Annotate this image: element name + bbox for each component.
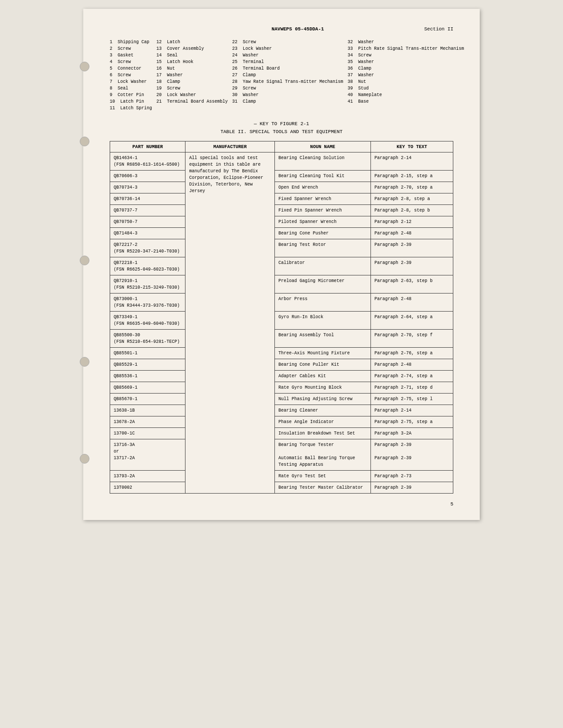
cell-key-text: Paragraph 3-2A (371, 428, 453, 439)
cell-key-text: Paragraph 2-39 Paragraph 2-39 (371, 439, 453, 471)
hole-punch-5 (80, 454, 89, 464)
cell-key-text: Paragraph 2-70, step f (371, 330, 453, 348)
cell-noun-name: Null Phasing Adjusting Screw (274, 394, 370, 405)
cell-part-number: 13700-1C (110, 428, 185, 439)
cell-noun-name: Open End Wrench (274, 182, 370, 193)
cell-key-text: Paragraph 2-12 (371, 216, 453, 228)
cell-key-text: Paragraph 2-75, step a (371, 416, 453, 428)
table-row: QB73349-1 (FSN R6635-049-6040-T030)Gyro … (110, 312, 453, 330)
page-number: 5 (450, 501, 453, 507)
cell-noun-name: Phase Angle Indicator (274, 416, 370, 428)
cell-part-number: QB70736-14 (110, 193, 185, 205)
cell-noun-name: Bearing Cleaner (274, 405, 370, 416)
cell-part-number: QB71484-3 (110, 228, 185, 239)
cell-part-number: QB85536-1 (110, 371, 185, 382)
part-item: 37 Washer (348, 72, 464, 78)
cell-part-number: QB70606-3 (110, 171, 185, 182)
cell-key-text: Paragraph 2-48 (371, 228, 453, 239)
cell-key-text: Paragraph 2-39 (371, 257, 453, 275)
cell-part-number: QB72910-1 (FSN R5210-215-3249-T030) (110, 275, 185, 293)
part-item: 15 Latch Hook (156, 59, 228, 65)
cell-part-number: QB70734-3 (110, 182, 185, 193)
part-item: 35 Washer (348, 59, 464, 65)
table-row: QB85536-1Adapter Cables KitParagraph 2-7… (110, 371, 453, 382)
cell-key-text: Paragraph 2-75, step l (371, 394, 453, 405)
cell-noun-name: Preload Gaging Micrometer (274, 275, 370, 293)
part-item: 26 Terminal Board (232, 65, 343, 72)
cell-noun-name: Rate Gyro Mounting Block (274, 382, 370, 394)
col-header-key: KEY TO TEXT (371, 141, 453, 152)
cell-part-number: 13793-2A (110, 471, 185, 482)
col-header-part: PART NUMBER (110, 141, 185, 152)
table-row: 13716-3A or 13717-2ABearing Torque Teste… (110, 439, 453, 471)
table-row: QB72218-1 (FSN R6625-049-6023-T030)Calib… (110, 257, 453, 275)
cell-noun-name: Bearing Cleaning Solution (274, 152, 370, 171)
table-row: QB70734-3Open End WrenchParagraph 2-70, … (110, 182, 453, 193)
part-item: 40 Nameplate (348, 92, 464, 98)
cell-key-text: Paragraph 2-74, step a (371, 371, 453, 382)
part-item: 39 Stud (348, 85, 464, 92)
part-item: 16 Nut (156, 65, 228, 72)
part-item: 14 Seal (156, 52, 228, 59)
cell-noun-name: Bearing Assembly Tool (274, 330, 370, 348)
table-row: QB70737-7Fixed Pin Spanner WrenchParagra… (110, 205, 453, 216)
part-item: 11 Latch Spring (110, 105, 152, 111)
table-row: QB85529-1Bearing Cone Puller KitParagrap… (110, 359, 453, 371)
cell-key-text: Paragraph 2-8, step b (371, 205, 453, 216)
hole-punch-1 (80, 62, 89, 71)
cell-noun-name: Calibrator (274, 257, 370, 275)
part-item: 25 Terminal (232, 59, 343, 65)
part-item: 6 Screw (110, 72, 152, 78)
part-item: 32 Washer (348, 39, 464, 45)
hole-punch-4 (80, 357, 89, 367)
cell-key-text: Paragraph 2-39 (371, 239, 453, 257)
cell-manufacturer: All special tools and test equipment in … (185, 152, 275, 494)
table-row: QB85501-1Three-Axis Mounting FixturePara… (110, 348, 453, 359)
cell-key-text: Paragraph 2-48 (371, 293, 453, 312)
cell-key-text: Paragraph 2-76, step a (371, 348, 453, 359)
cell-noun-name: Bearing Test Rotor (274, 239, 370, 257)
cell-noun-name: Bearing Cone Puller Kit (274, 359, 370, 371)
part-item: 30 Washer (232, 92, 343, 98)
doc-number: NAVWEPS 05-45DDA-1 (272, 26, 324, 32)
part-item: 24 Washer (232, 52, 343, 59)
cell-part-number: 13678-2A (110, 416, 185, 428)
part-item: 9 Cotter Pin (110, 92, 152, 98)
cell-part-number: QB72218-1 (FSN R6625-049-6023-T030) (110, 257, 185, 275)
cell-key-text: Paragraph 2-64, step a (371, 312, 453, 330)
cell-noun-name: Rate Gyro Test Set (274, 471, 370, 482)
cell-noun-name: Bearing Cleaning Tool Kit (274, 171, 370, 182)
cell-part-number: QB85501-1 (110, 348, 185, 359)
part-item: 23 Lock Washer (232, 45, 343, 52)
table-row: QB70750-7Piloted Spanner WrenchParagraph… (110, 216, 453, 228)
table-row: QB71484-3Bearing Cone PusherParagraph 2-… (110, 228, 453, 239)
part-item: 13 Cover Assembly (156, 45, 228, 52)
table-row: 13T0002Bearing Tester Master CalibratorP… (110, 482, 453, 494)
part-item: 20 Lock Washer (156, 92, 228, 98)
cell-part-number: QB70737-7 (110, 205, 185, 216)
part-item: 2 Screw (110, 45, 152, 52)
cell-key-text: Paragraph 2-71, step d (371, 382, 453, 394)
page-header: NAVWEPS 05-45DDA-1 Section II (110, 26, 453, 32)
part-item: 7 Lock Washer (110, 78, 152, 85)
table-row: QB14634-1 (FSN R6850-613-1614-G500)All s… (110, 152, 453, 171)
hole-punch-3 (80, 256, 89, 265)
part-item: 31 Clamp (232, 98, 343, 105)
cell-noun-name: Arbor Press (274, 293, 370, 312)
cell-noun-name: Bearing Torque Tester Automatic Ball Bea… (274, 439, 370, 471)
part-item: 36 Clamp (348, 65, 464, 72)
cell-part-number: QB85670-1 (110, 394, 185, 405)
part-item: 28 Yaw Rate Signal Trans-­mitter Mechani… (232, 78, 343, 85)
col-header-noun: NOUN NAME (274, 141, 370, 152)
part-item: 29 Screw (232, 85, 343, 92)
part-item: 8 Seal (110, 85, 152, 92)
part-item: 38 Nut (348, 78, 464, 85)
cell-key-text: Paragraph 2-14 (371, 405, 453, 416)
part-item: 21 Terminal Board Assembly (156, 98, 228, 105)
table-row: QB72910-1 (FSN R5210-215-3249-T030)Prelo… (110, 275, 453, 293)
cell-part-number: QB85529-1 (110, 359, 185, 371)
page: NAVWEPS 05-45DDA-1 Section II 1 Shipping… (83, 9, 480, 520)
table-row: QB72217-2 (FSN R5220-347-2140-T030)Beari… (110, 239, 453, 257)
cell-noun-name: Adapter Cables Kit (274, 371, 370, 382)
table-row: 13678-2APhase Angle IndicatorParagraph 2… (110, 416, 453, 428)
